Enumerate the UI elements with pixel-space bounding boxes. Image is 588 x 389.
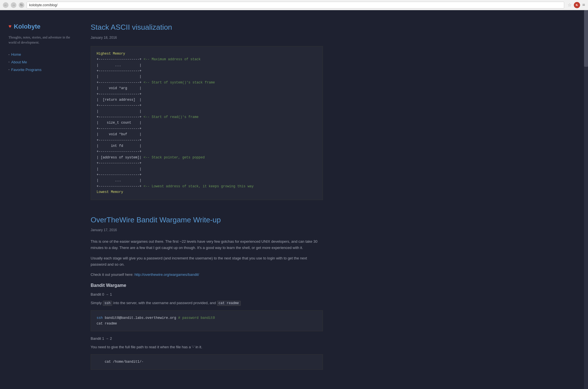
nav-item-about[interactable]: • About Me <box>8 59 74 65</box>
article-date-overthewire: January 17, 2016 <box>91 227 323 233</box>
article-para-1: This is one of the easier wargames out t… <box>91 238 323 251</box>
comment-stack-ptr: <-- Stack pointer, gets popped <box>144 156 205 160</box>
bandit-0-1-code: ssh bandit0@bandit.labs.overthewire.org … <box>91 310 323 332</box>
code-line-highest: Highest Memory <box>97 52 125 56</box>
comment-system-frame: <-- Start of system()'s stack frame <box>144 81 215 85</box>
user-avatar: K <box>574 2 580 8</box>
comment-max: <-- Maximum address of stack <box>144 57 201 61</box>
forward-button[interactable]: → <box>11 2 16 8</box>
browser-chrome: ← → ↻ ☆ K ≡ <box>0 0 588 10</box>
scrollbar[interactable] <box>584 10 588 389</box>
back-button[interactable]: ← <box>3 2 8 8</box>
bandit-wargame-heading: Bandit Wargame <box>91 282 323 289</box>
desc-middle: into the server, with the username and p… <box>112 301 217 305</box>
nav-link-programs[interactable]: Favorite Programs <box>11 67 42 73</box>
scrollbar-thumb[interactable] <box>584 10 588 67</box>
sidebar: ♥ Kolobyte Thoughts, notes, stories, and… <box>0 10 82 389</box>
desc-prefix: Simply <box>91 301 103 305</box>
site-logo: ♥ Kolobyte <box>8 22 74 31</box>
nav-bullet: • <box>8 60 10 65</box>
bandit-1-2-desc: You need to give the full file path to r… <box>91 344 323 350</box>
bandit-0-1-desc: Simply ssh into the server, with the use… <box>91 300 323 306</box>
bandit-0-1-heading: Bandit 0 → 1 <box>91 292 323 298</box>
bookmark-star-icon[interactable]: ☆ <box>568 1 572 9</box>
nav-bullet: • <box>8 68 10 72</box>
code-line-lowest: Lowest Memory <box>97 190 123 194</box>
bandit-1-2-heading: Bandit 1 → 2 <box>91 336 323 342</box>
main-content: Stack ASCII visualization January 18, 20… <box>82 10 337 389</box>
inline-code-ssh: ssh <box>103 301 112 306</box>
page-wrapper: ♥ Kolobyte Thoughts, notes, stories, and… <box>0 10 588 389</box>
article-date-stack: January 18, 2016 <box>91 35 323 40</box>
nav-bullet: • <box>8 53 10 57</box>
article-stack-ascii: Stack ASCII visualization January 18, 20… <box>91 22 323 200</box>
heart-icon: ♥ <box>8 22 12 31</box>
article-overthewire: OverTheWire Bandit Wargame Write-up Janu… <box>91 214 323 370</box>
stack-ascii-code: Highest Memory +--------------------+ <-… <box>91 46 323 200</box>
inline-code-cat-readme: cat readme <box>217 301 241 306</box>
bandit-1-2-code: cat /home/bandit1/- <box>91 354 323 369</box>
site-tagline: Thoughts, notes, stories, and adventure … <box>8 35 74 45</box>
nav-link-home[interactable]: Home <box>11 52 21 58</box>
url-bar[interactable] <box>27 2 564 8</box>
comment-read-frame: <-- Start of read()'s frame <box>144 115 199 119</box>
comment-lowest: <-- Lowest address of stack, it keeps gr… <box>144 184 254 188</box>
site-title: Kolobyte <box>14 22 41 31</box>
article-para-2: Usually each stage will give you a passw… <box>91 255 323 268</box>
article-title-overthewire: OverTheWire Bandit Wargame Write-up <box>91 214 323 226</box>
nav-item-home[interactable]: • Home <box>8 52 74 58</box>
menu-icon[interactable]: ≡ <box>582 1 585 9</box>
article-check-it-out: Check it out yourself here: http://overt… <box>91 272 323 278</box>
overthewire-link[interactable]: http://overthewire.org/wargames/bandit/ <box>135 272 199 277</box>
nav-link-about[interactable]: About Me <box>11 59 27 65</box>
check-it-out-prefix: Check it out yourself here: <box>91 272 135 277</box>
nav-list: • Home • About Me • Favorite Programs <box>8 52 74 73</box>
article-title-stack: Stack ASCII visualization <box>91 22 323 33</box>
reload-button[interactable]: ↻ <box>19 2 24 8</box>
nav-item-programs[interactable]: • Favorite Programs <box>8 67 74 73</box>
